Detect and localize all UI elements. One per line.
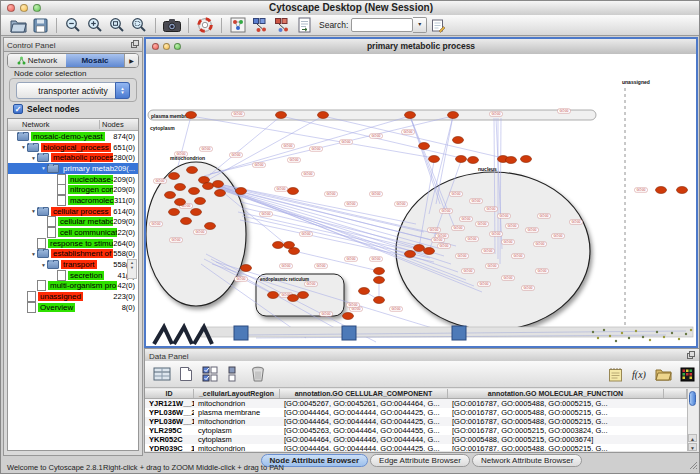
network-node[interactable] bbox=[448, 112, 459, 119]
network-node[interactable] bbox=[288, 295, 299, 302]
search-options-icon[interactable] bbox=[427, 16, 449, 35]
network-node[interactable] bbox=[273, 242, 284, 249]
table-cell[interactable]: YLR295C bbox=[145, 426, 194, 435]
network-node[interactable] bbox=[521, 156, 532, 163]
network-node[interactable] bbox=[374, 297, 385, 304]
network-node[interactable] bbox=[186, 112, 197, 119]
tree-row[interactable]: cell communicat22(0) bbox=[8, 227, 138, 238]
tree-row[interactable]: ▼primary metabo209(... bbox=[8, 163, 138, 174]
network-node[interactable] bbox=[374, 268, 385, 275]
table-cell[interactable]: YPL036W__1 bbox=[145, 417, 194, 426]
help-ring-icon[interactable] bbox=[194, 16, 216, 35]
tree-header-network[interactable]: Network bbox=[8, 120, 99, 129]
tree-row[interactable]: macromolecule311(0) bbox=[8, 195, 138, 206]
tree-row[interactable]: mosaic-demo-yeast874(0) bbox=[8, 131, 138, 142]
minimize-window-icon[interactable] bbox=[20, 4, 28, 12]
table-cell[interactable]: [GO:0016787, GO:0005488, GO:0005215, G..… bbox=[448, 417, 664, 426]
tree-scrollbar-arrows[interactable]: ▲▼ bbox=[127, 259, 137, 279]
close-window-icon[interactable] bbox=[7, 4, 15, 12]
table-scrollbar[interactable]: ▲ ▼ bbox=[687, 389, 698, 451]
tree-header-nodes[interactable]: Nodes bbox=[99, 120, 138, 129]
table-cell[interactable]: YKR052C bbox=[145, 435, 194, 444]
tab-overflow-arrow-icon[interactable]: ▶ bbox=[124, 54, 138, 67]
zoom-out-icon[interactable] bbox=[62, 16, 84, 35]
expander-icon[interactable]: ▼ bbox=[40, 165, 47, 171]
float-panel-icon[interactable] bbox=[131, 40, 139, 50]
destroy-network-icon[interactable] bbox=[271, 16, 293, 35]
network-node[interactable] bbox=[453, 137, 464, 144]
tree-row[interactable]: ▼metabolic process280(0) bbox=[8, 152, 138, 163]
node-color-dropdown[interactable]: transporter activity ▲▼ bbox=[16, 82, 130, 99]
zoom-selected-icon[interactable] bbox=[128, 16, 150, 35]
network-node[interactable] bbox=[288, 188, 299, 195]
table-row[interactable]: YDR039C__1mitochondrion[GO:0044464, GO:0… bbox=[145, 444, 687, 451]
search-dropdown-icon[interactable]: ▾ bbox=[413, 17, 427, 33]
table-cell[interactable]: [GO:0016787, GO:0005488, GO:0005215, G..… bbox=[448, 444, 664, 451]
network-node[interactable] bbox=[405, 251, 416, 258]
page-arrow-icon[interactable] bbox=[293, 16, 315, 35]
tree-row[interactable]: ▼transport558(0) bbox=[8, 259, 138, 270]
vizmapper-icon[interactable] bbox=[227, 16, 249, 35]
network-node[interactable] bbox=[241, 265, 252, 272]
network-node[interactable] bbox=[268, 292, 279, 299]
resize-grip-icon[interactable] bbox=[689, 461, 698, 472]
network-node[interactable] bbox=[236, 188, 247, 195]
tree-row[interactable]: cellular metabol209(0) bbox=[8, 217, 138, 228]
table-row[interactable]: YPL036W__1mitochondrion[GO:0044464, GO:0… bbox=[145, 417, 687, 426]
table-cell[interactable]: YPL036W__2 bbox=[145, 408, 194, 417]
table-cell[interactable]: mitochondrion bbox=[194, 417, 280, 426]
create-network-icon[interactable] bbox=[249, 16, 271, 35]
network-node[interactable] bbox=[419, 143, 430, 150]
formula-fx-icon[interactable]: f(x) bbox=[627, 364, 651, 384]
import-attributes-folder-icon[interactable] bbox=[651, 364, 675, 384]
network-node[interactable] bbox=[205, 223, 216, 230]
network-node[interactable] bbox=[189, 188, 200, 195]
network-node[interactable] bbox=[276, 112, 287, 119]
attribute-table-icon[interactable] bbox=[150, 364, 174, 384]
table-column-header[interactable]: annotation.GO CELLULAR_COMPONENT bbox=[280, 389, 448, 398]
network-node[interactable] bbox=[169, 209, 180, 216]
table-row[interactable]: YJR121W__1mitochondrion[GO:0045267, GO:0… bbox=[145, 399, 687, 408]
zoom-window-icon[interactable] bbox=[33, 4, 41, 12]
table-column-header[interactable]: ID bbox=[145, 389, 194, 398]
save-session-icon[interactable] bbox=[29, 16, 51, 35]
table-cell[interactable]: cytoplasm bbox=[194, 435, 280, 444]
tree-row[interactable]: multi-organism pro42(0) bbox=[8, 281, 138, 292]
tree-row[interactable]: nucleobase-209(0) bbox=[8, 174, 138, 185]
zoom-in-icon[interactable] bbox=[84, 16, 106, 35]
table-cell[interactable]: [GO:0005488, GO:0005215, GO:0003674] bbox=[448, 435, 664, 444]
bottom-strip-selected-node[interactable] bbox=[234, 326, 248, 340]
close-view-icon[interactable] bbox=[152, 43, 159, 50]
delete-attribute-trash-icon[interactable] bbox=[246, 364, 270, 384]
select-attributes-icon[interactable] bbox=[198, 364, 222, 384]
tree-row[interactable]: unassigned223(0) bbox=[8, 291, 138, 302]
network-node[interactable] bbox=[405, 112, 416, 119]
tree-row[interactable]: ▼biological_process651(0) bbox=[8, 142, 138, 153]
network-node[interactable] bbox=[468, 157, 479, 164]
network-node[interactable] bbox=[414, 245, 425, 252]
network-node[interactable] bbox=[298, 292, 309, 299]
zoom-fit-icon[interactable] bbox=[106, 16, 128, 35]
network-node[interactable] bbox=[424, 248, 435, 255]
network-node[interactable] bbox=[175, 199, 186, 206]
scroll-down-icon[interactable]: ▼ bbox=[688, 443, 697, 451]
network-canvas[interactable]: plasma membranecytoplasmunassignedmitoch… bbox=[146, 54, 696, 346]
table-cell[interactable]: mitochondrion bbox=[194, 399, 280, 408]
expander-icon[interactable]: ▼ bbox=[20, 144, 27, 150]
table-cell[interactable]: [GO:0016787, GO:0005488, GO:0005215, G..… bbox=[448, 399, 664, 408]
network-node[interactable] bbox=[169, 173, 180, 180]
table-row[interactable]: YLR295Ccytoplasm[GO:0045263, GO:0044464,… bbox=[145, 426, 687, 435]
table-cell[interactable]: [GO:0044464, GO:0044444, GO:0044425, G..… bbox=[280, 408, 448, 417]
tab-network[interactable]: Network bbox=[8, 54, 66, 67]
expander-icon[interactable]: ▼ bbox=[30, 208, 37, 214]
table-cell[interactable]: mitochondrion bbox=[194, 444, 280, 451]
tab-mosaic[interactable]: Mosaic bbox=[66, 54, 124, 67]
network-node[interactable] bbox=[165, 192, 176, 199]
new-attribute-icon[interactable] bbox=[174, 364, 198, 384]
zoom-view-icon[interactable] bbox=[174, 43, 181, 50]
tree-row[interactable]: ▼cellular process614(0) bbox=[8, 206, 138, 217]
network-node[interactable] bbox=[175, 184, 186, 191]
network-node[interactable] bbox=[203, 183, 214, 190]
network-node[interactable] bbox=[656, 187, 667, 194]
tree-row[interactable]: ▼establishment of lo558(0) bbox=[8, 249, 138, 260]
